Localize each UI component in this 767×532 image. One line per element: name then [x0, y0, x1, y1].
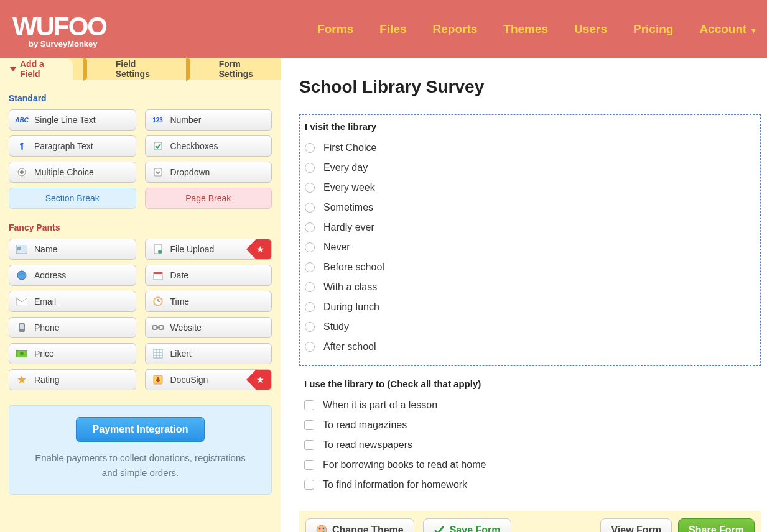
field-email[interactable]: Email: [9, 291, 136, 312]
share-form-button[interactable]: Share Form: [678, 518, 755, 532]
option-row[interactable]: With a class: [305, 277, 755, 297]
field-date[interactable]: Date: [145, 265, 272, 286]
view-form-button[interactable]: View Form: [600, 518, 672, 532]
nav-pricing[interactable]: Pricing: [633, 22, 673, 36]
svg-rect-21: [154, 349, 162, 358]
radio-icon[interactable]: [305, 222, 315, 232]
field-rating[interactable]: ★ Rating: [9, 369, 136, 390]
svg-rect-3: [154, 168, 162, 176]
option-row[interactable]: Every day: [305, 158, 755, 178]
tab-form-settings-label: Form Settings: [219, 59, 271, 79]
nav-users[interactable]: Users: [574, 22, 607, 36]
form-title[interactable]: School Library Survey: [299, 77, 761, 97]
star-icon: ★: [16, 374, 28, 386]
field-multiple-choice[interactable]: Multiple Choice: [9, 162, 136, 183]
field-number[interactable]: 123 Number: [145, 109, 272, 131]
field-address[interactable]: Address: [9, 265, 136, 286]
save-form-button[interactable]: Save Form: [423, 518, 511, 532]
field-checkboxes[interactable]: Checkboxes: [145, 135, 272, 157]
radio-icon[interactable]: [305, 163, 315, 173]
check-icon: [434, 525, 445, 532]
checkbox-icon: [152, 140, 164, 152]
radio-icon[interactable]: [305, 282, 315, 292]
field-label: Email: [34, 296, 56, 306]
left-panel: Add a Field Field Settings Form Settings…: [0, 58, 281, 532]
svg-point-29: [323, 528, 325, 530]
field-label: Likert: [170, 349, 192, 359]
field-price[interactable]: Price: [9, 343, 136, 364]
field-file-upload[interactable]: File Upload ★: [145, 239, 272, 260]
nav-files[interactable]: Files: [379, 22, 406, 36]
option-label: Study: [323, 321, 349, 332]
option-row[interactable]: When it is part of a lesson: [304, 395, 756, 415]
tab-add-field[interactable]: Add a Field: [0, 58, 73, 80]
radio-icon[interactable]: [305, 203, 315, 213]
field-likert[interactable]: Likert: [145, 343, 272, 364]
checkbox-icon[interactable]: [304, 420, 314, 430]
radio-icon[interactable]: [305, 302, 315, 312]
radio-icon[interactable]: [305, 183, 315, 193]
option-row[interactable]: First Choice: [305, 138, 755, 158]
option-label: During lunch: [323, 301, 379, 313]
option-row[interactable]: Sometimes: [305, 198, 755, 218]
field-label: Time: [170, 296, 190, 306]
option-row[interactable]: Study: [305, 317, 755, 337]
field-single-line-text[interactable]: ABC Single Line Text: [9, 109, 136, 131]
triangle-down-icon: [10, 67, 16, 71]
clock-icon: [152, 295, 164, 308]
change-theme-button[interactable]: Change Theme: [305, 518, 414, 532]
nav-forms[interactable]: Forms: [317, 22, 353, 36]
tab-form-settings[interactable]: Form Settings: [176, 58, 281, 80]
option-row[interactable]: To find information for homework: [304, 475, 756, 495]
radio-icon[interactable]: [305, 143, 315, 153]
builder-layout: Add a Field Field Settings Form Settings…: [0, 58, 767, 532]
field-label: Page Break: [185, 193, 231, 203]
tab-add-field-label: Add a Field: [20, 59, 63, 79]
option-row[interactable]: During lunch: [305, 297, 755, 317]
payment-integration-button[interactable]: Payment Integration: [76, 417, 205, 442]
field-dropdown[interactable]: Dropdown: [145, 162, 272, 183]
question-1[interactable]: I visit the library First Choice Every d…: [299, 114, 761, 366]
option-row[interactable]: For borrowing books to read at home: [304, 455, 756, 475]
field-website[interactable]: Website: [145, 317, 272, 338]
checkbox-icon[interactable]: [304, 480, 314, 490]
nav-account[interactable]: Account ▾: [699, 22, 756, 36]
field-label: Single Line Text: [34, 115, 96, 125]
radio-icon[interactable]: [305, 342, 315, 352]
radio-icon[interactable]: [305, 262, 315, 272]
field-section-break[interactable]: Section Break: [9, 188, 136, 209]
field-docusign[interactable]: DocuSign ★: [145, 369, 272, 390]
field-paragraph-text[interactable]: ¶ Paragraph Text: [9, 135, 136, 157]
nav-reports[interactable]: Reports: [433, 22, 478, 36]
logo: WUFOO by SurveyMonkey: [11, 7, 106, 52]
option-row[interactable]: After school: [305, 337, 755, 357]
form-canvas: School Library Survey I visit the librar…: [281, 58, 767, 532]
option-label: To read newspapers: [323, 439, 412, 451]
option-row[interactable]: Hardly ever: [305, 218, 755, 237]
option-row[interactable]: Before school: [305, 257, 755, 277]
option-label: Every day: [323, 162, 368, 173]
checkbox-icon[interactable]: [304, 400, 314, 410]
tab-field-settings[interactable]: Field Settings: [73, 58, 176, 80]
field-page-break[interactable]: Page Break: [145, 188, 272, 209]
question-1-label: I visit the library: [305, 121, 755, 132]
radio-icon[interactable]: [305, 242, 315, 252]
option-row[interactable]: Every week: [305, 178, 755, 198]
question-2[interactable]: I use the library to (Check all that app…: [299, 372, 761, 503]
payment-description: Enable payments to collect donations, re…: [28, 451, 253, 480]
option-label: Hardly ever: [323, 222, 374, 233]
option-label: Before school: [323, 262, 384, 273]
option-row[interactable]: Never: [305, 237, 755, 257]
field-phone[interactable]: Phone: [9, 317, 136, 338]
svg-point-7: [158, 250, 162, 254]
field-label: File Upload: [170, 244, 215, 254]
radio-icon[interactable]: [305, 322, 315, 332]
field-time[interactable]: Time: [145, 291, 272, 312]
nav-themes[interactable]: Themes: [503, 22, 548, 36]
view-form-label: View Form: [611, 525, 661, 532]
field-name[interactable]: Name: [9, 239, 136, 260]
checkbox-icon[interactable]: [304, 440, 314, 450]
option-row[interactable]: To read newspapers: [304, 435, 756, 455]
option-row[interactable]: To read magazines: [304, 415, 756, 435]
checkbox-icon[interactable]: [304, 460, 314, 470]
